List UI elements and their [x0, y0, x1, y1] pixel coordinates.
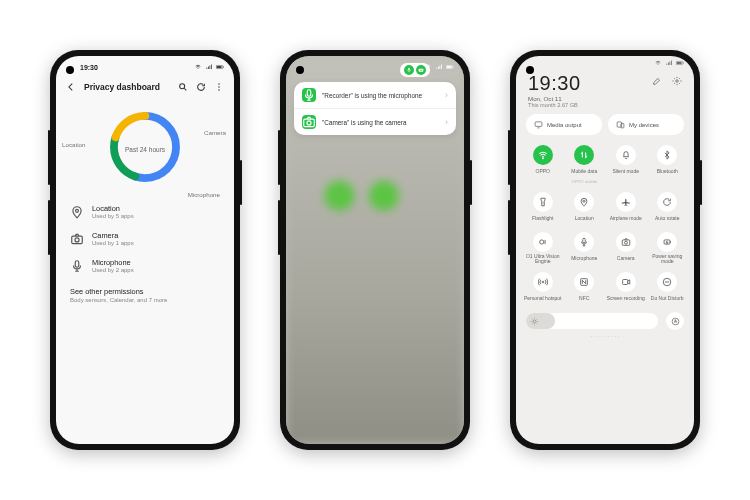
svg-rect-43 — [583, 238, 586, 243]
nfc-icon — [574, 272, 594, 292]
refresh-icon[interactable] — [196, 82, 206, 92]
svg-point-12 — [76, 209, 79, 212]
notification-text: "Camera" is using the camera — [322, 119, 439, 126]
perm-row-location[interactable]: LocationUsed by 5 apps — [56, 198, 234, 225]
svg-point-25 — [420, 70, 422, 72]
airplane-icon — [616, 192, 636, 212]
camera-icon — [70, 232, 84, 246]
privacy-indicator-pill[interactable] — [400, 63, 430, 77]
qs-tile-silent-mode[interactable]: Silent mode — [605, 143, 647, 186]
svg-point-45 — [624, 241, 627, 244]
back-icon[interactable] — [66, 82, 76, 92]
donut-label-location: Location — [62, 141, 85, 148]
qs-tile-microphone[interactable]: Microphone — [564, 230, 606, 266]
qs-tile-nfc[interactable]: NFC — [564, 270, 606, 306]
qs-tile-screen-recording[interactable]: Screen recording — [605, 270, 647, 306]
qs-tile-mobile-data[interactable]: Mobile dataOPPO mobile — [564, 143, 606, 186]
svg-point-47 — [542, 281, 544, 283]
status-time: 19:30 — [80, 64, 98, 71]
svg-point-41 — [583, 200, 585, 202]
svg-point-40 — [542, 158, 543, 159]
brightness-slider[interactable] — [526, 312, 684, 330]
media-icon — [534, 120, 543, 129]
qs-label: Airplane mode — [610, 214, 642, 224]
status-bar: 19:30 — [56, 56, 234, 78]
see-other-permissions[interactable]: See other permissions Body sensors, Cale… — [56, 279, 234, 303]
svg-rect-22 — [453, 66, 454, 67]
qs-tile-airplane-mode[interactable]: Airplane mode — [605, 190, 647, 226]
cam-active-indicator — [416, 65, 426, 75]
perm-title: Microphone — [92, 258, 134, 267]
qs-tile-power-saving-mode[interactable]: Power saving mode — [647, 230, 689, 266]
mobile-data-icon — [574, 145, 594, 165]
qs-label: NFC — [579, 294, 589, 304]
qs-tile-oppo[interactable]: OPPO — [522, 143, 564, 186]
svg-point-9 — [218, 86, 220, 88]
svg-rect-32 — [671, 61, 672, 66]
qs-tile-auto-rotate[interactable]: Auto rotate — [647, 190, 689, 226]
svg-point-36 — [676, 80, 679, 83]
chevron-right-icon: › — [445, 117, 448, 127]
phone-privacy-dashboard: 19:30 Privacy dashboard Past 24 hours Lo… — [50, 50, 240, 450]
battery-icon — [676, 60, 684, 66]
qs-tile-o1-ultra-vision-engine[interactable]: O1 Ultra Vision Engine — [522, 230, 564, 266]
microphone-icon — [302, 88, 316, 102]
svg-rect-34 — [677, 62, 682, 64]
status-icons — [654, 60, 684, 66]
qs-label: Silent mode — [613, 167, 639, 177]
perm-sub: Used by 1 apps — [92, 240, 134, 246]
svg-point-51 — [533, 320, 536, 323]
svg-rect-23 — [408, 68, 410, 71]
search-icon[interactable] — [178, 82, 188, 92]
privacy-notification-row[interactable]: "Camera" is using the camera› — [294, 108, 456, 135]
qs-label: Location — [575, 214, 594, 224]
qs-label: Power saving mode — [647, 254, 689, 264]
qs-tile-do-not-disturb[interactable]: Do Not Disturb — [647, 270, 689, 306]
camera-punchhole — [526, 66, 534, 74]
svg-rect-18 — [440, 66, 441, 70]
usage-donut-chart: Past 24 hours Location Camera Microphone — [56, 100, 234, 198]
edit-tiles-icon[interactable] — [652, 76, 662, 88]
perm-sub: Used by 5 apps — [92, 213, 134, 219]
more-icon[interactable] — [214, 82, 224, 92]
phone-privacy-indicators: "Recorder" is using the microphone›"Came… — [280, 50, 470, 450]
svg-rect-31 — [670, 62, 671, 66]
status-bar — [286, 56, 464, 78]
rotate-icon — [657, 192, 677, 212]
battery-icon — [446, 64, 454, 70]
qs-tile-personal-hotspot[interactable]: Personal hotspot — [522, 270, 564, 306]
svg-rect-49 — [622, 280, 627, 285]
status-icons — [194, 64, 224, 70]
qs-tile-camera[interactable]: Camera — [605, 230, 647, 266]
svg-rect-3 — [211, 65, 212, 70]
my-devices-card[interactable]: My devices — [608, 114, 684, 135]
privacy-notification-row[interactable]: "Recorder" is using the microphone› — [294, 82, 456, 108]
brightness-track[interactable] — [526, 313, 658, 329]
chevron-right-icon: › — [445, 90, 448, 100]
clock-time: 19:30 — [528, 72, 581, 95]
perm-row-microphone[interactable]: MicrophoneUsed by 2 apps — [56, 252, 234, 279]
svg-rect-2 — [210, 66, 211, 70]
my-devices-label: My devices — [629, 122, 659, 128]
flashlight-icon — [533, 192, 553, 212]
qs-label: Microphone — [571, 254, 597, 264]
settings-gear-icon[interactable] — [672, 76, 682, 88]
signal-icon — [205, 64, 213, 70]
svg-rect-29 — [667, 64, 668, 66]
status-bar — [516, 56, 694, 70]
donut-center-label: Past 24 hours — [125, 146, 165, 153]
devices-icon — [616, 120, 625, 129]
qs-label: O1 Ultra Vision Engine — [522, 254, 564, 264]
perm-row-camera[interactable]: CameraUsed by 1 apps — [56, 225, 234, 252]
qs-tile-bluetooth[interactable]: Bluetooth — [647, 143, 689, 186]
see-other-title: See other permissions — [70, 287, 144, 296]
svg-point-42 — [539, 240, 543, 244]
auto-brightness-toggle[interactable] — [666, 312, 684, 330]
qs-tile-flashlight[interactable]: Flashlight — [522, 190, 564, 226]
microphone-icon — [70, 259, 84, 273]
microphone-icon — [574, 232, 594, 252]
perm-sub: Used by 2 apps — [92, 267, 134, 273]
signal-icon — [435, 64, 443, 70]
qs-tile-location[interactable]: Location — [564, 190, 606, 226]
media-output-card[interactable]: Media output — [526, 114, 602, 135]
